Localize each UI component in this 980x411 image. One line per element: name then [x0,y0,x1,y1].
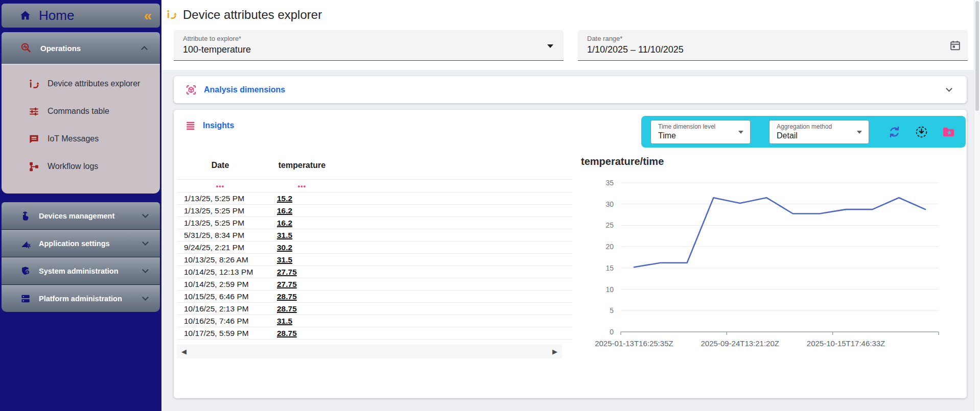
dropdown-arrow-icon [857,131,862,134]
device-attributes-icon [166,9,177,20]
chevron-down-icon[interactable] [946,85,952,92]
svg-text:2025-10-15T17:46:33Z: 2025-10-15T17:46:33Z [807,339,885,348]
svg-text:0: 0 [610,328,614,336]
calendar-icon[interactable] [949,39,962,52]
devices-management-icon [20,210,31,222]
date-range-label: Date range* [587,35,941,42]
analysis-dimensions-expander[interactable]: Analysis dimensions [174,76,967,103]
operations-icon [20,42,32,54]
svg-text:10: 10 [605,285,614,294]
svg-text:35: 35 [605,179,614,187]
chevron-up-icon [141,46,148,53]
temperature-value-link[interactable]: 27.75 [264,280,340,289]
sidebar-section-operations[interactable]: Operations [2,32,160,65]
submenu-item-label: Device attributes explorer [48,79,140,88]
column-header-date: Date [177,161,264,170]
date-range-input[interactable]: Date range* 1/10/2025 – 11/10/2025 [578,30,968,61]
scroll-left-icon[interactable]: ◀ [181,348,186,355]
analysis-dimensions-label: Analysis dimensions [204,85,285,94]
page-scrollbar[interactable] [974,0,980,411]
table-horizontal-scrollbar[interactable]: ◀ ▶ [177,345,562,358]
time-dimension-select[interactable]: Time dimension level Time [650,120,751,144]
sidebar-section[interactable]: Application settings [2,230,160,257]
temperature-value-link[interactable]: 16.2 [264,219,340,228]
date-cell: 9/24/25, 2:21 PM [177,243,264,252]
section-label: System administration [39,267,119,275]
temperature-value-link[interactable]: 30.2 [264,243,340,252]
page-header-area: Device attributes explorer Attribute to … [161,0,974,70]
sidebar-sections: Devices management Application settings … [0,202,161,312]
collapse-sidebar-icon[interactable]: « [144,9,152,23]
commands-table-icon [28,106,40,117]
insights-body: Date temperature ••• ••• 1/13/25, 5:25 P… [174,148,967,372]
svg-text:20: 20 [605,243,614,251]
temperature-value-link[interactable]: 28.75 [264,304,340,313]
temperature-value-link[interactable]: 16.2 [264,206,340,215]
temperature-value-link[interactable]: 15.2 [264,194,340,203]
sidebar-section[interactable]: System administration [2,257,160,284]
svg-text:2025-01-13T16:25:35Z: 2025-01-13T16:25:35Z [595,339,673,348]
svg-text:30: 30 [605,200,614,208]
sidebar-submenu-item[interactable]: Commands table [2,98,160,125]
sidebar-section[interactable]: Devices management [2,202,160,229]
chart-panel: temperature/time 051015202530352025-01-1… [572,149,967,372]
main-content: Device attributes explorer Attribute to … [161,0,974,411]
toolbar-icons [888,125,955,139]
temperature-value-link[interactable]: 31.5 [264,231,340,240]
download-icon[interactable] [915,125,928,139]
svg-text:5: 5 [610,306,614,315]
insights-header: Insights Time dimension level Time Aggre… [174,110,967,148]
attribute-select-value: 100-temperature [183,44,537,55]
submenu-item-label: Commands table [48,107,109,116]
temperature-value-link[interactable]: 28.75 [264,292,340,301]
scrollbar-thumb[interactable] [975,1,979,111]
scroll-right-icon[interactable]: ▶ [552,348,557,355]
aggregation-method-select[interactable]: Aggregation method Detail [769,120,869,144]
insights-toolbar: Time dimension level Time Aggregation me… [641,116,966,148]
workflow-logs-icon [28,161,40,173]
table-row: 5/31/25, 8:34 PM 31.5 [177,229,572,241]
system-administration-icon [20,265,31,277]
chevron-down-icon [142,211,149,218]
temperature-filter-menu[interactable]: ••• [264,182,340,190]
table-panel: Date temperature ••• ••• 1/13/25, 5:25 P… [174,149,572,372]
iot-messages-icon [28,133,40,145]
date-range-value: 1/10/2025 – 11/10/2025 [587,44,941,55]
dropdown-arrow-icon[interactable] [547,44,553,48]
page-title: Device attributes explorer [183,8,322,22]
submenu-item-label: IoT Messages [48,134,99,143]
date-cell: 10/15/25, 6:46 PM [177,292,264,301]
sidebar-section[interactable]: Platform administration [2,285,160,312]
export-folder-icon[interactable] [942,125,955,139]
table-header: Date temperature [177,161,572,170]
time-dimension-label: Time dimension level [658,123,733,130]
table-row: 10/15/25, 6:46 PM 28.75 [177,291,572,303]
table-rows: 1/13/25, 5:25 PM 15.2 1/13/25, 5:25 PM 1… [177,192,572,340]
temperature-value-link[interactable]: 27.75 [264,268,340,277]
sidebar-submenu-item[interactable]: Device attributes explorer [2,70,160,98]
refresh-icon[interactable] [888,125,901,139]
table-row: 10/16/25, 2:13 PM 28.75 [177,303,572,315]
date-cell: 10/13/25, 8:26 AM [177,255,264,264]
aggregation-method-label: Aggregation method [777,123,851,130]
temperature-value-link[interactable]: 28.75 [264,329,340,338]
sidebar-submenu-item[interactable]: IoT Messages [2,125,160,153]
home-button[interactable]: Home « [2,4,160,28]
attribute-select[interactable]: Attribute to explore* 100-temperature [174,30,564,61]
home-label: Home [39,8,74,23]
table-row: 10/14/25, 2:59 PM 27.75 [177,278,572,291]
chevron-down-icon [142,267,149,273]
date-cell: 1/13/25, 5:25 PM [177,219,264,228]
chevron-down-icon [142,239,149,246]
insights-label: Insights [203,121,234,130]
chart-title: temperature/time [581,156,967,167]
aggregation-method-value: Detail [777,131,851,140]
temperature-value-link[interactable]: 31.5 [264,255,340,264]
temperature-value-link[interactable]: 31.5 [264,317,340,326]
date-filter-menu[interactable]: ••• [177,182,264,190]
date-cell: 1/13/25, 5:25 PM [177,194,264,203]
section-label: Application settings [39,239,110,248]
table-row: 10/16/25, 7:46 PM 31.5 [177,315,572,327]
sidebar-submenu-item[interactable]: Workflow logs [2,153,160,180]
dropdown-arrow-icon [738,131,743,134]
